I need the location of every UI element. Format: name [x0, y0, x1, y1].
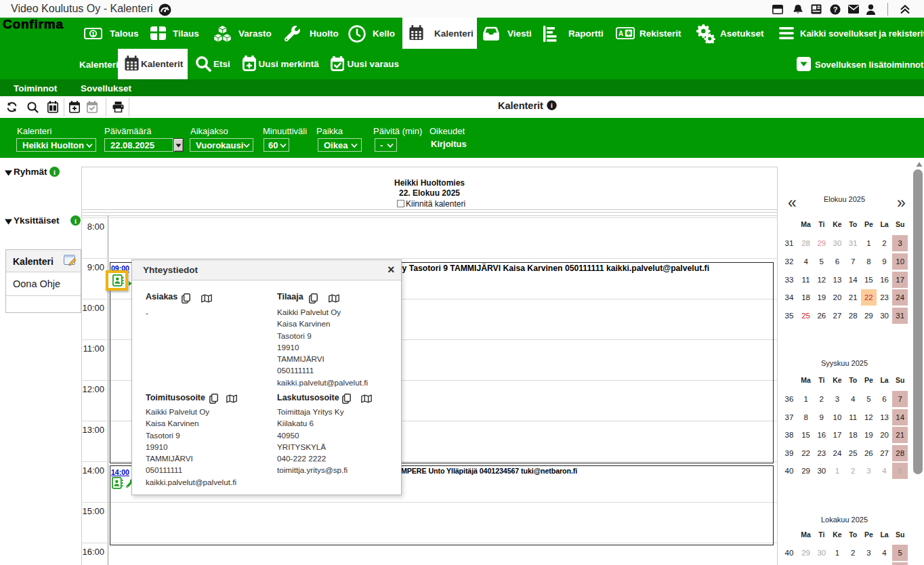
- svg-text:1: 1: [91, 30, 95, 37]
- svg-text:A: A: [618, 30, 623, 37]
- svg-text:i: i: [551, 102, 553, 109]
- svg-text:i: i: [75, 217, 77, 225]
- svg-text:✻: ✻: [626, 30, 631, 37]
- svg-text:i: i: [54, 169, 56, 176]
- svg-text:?: ?: [833, 5, 838, 14]
